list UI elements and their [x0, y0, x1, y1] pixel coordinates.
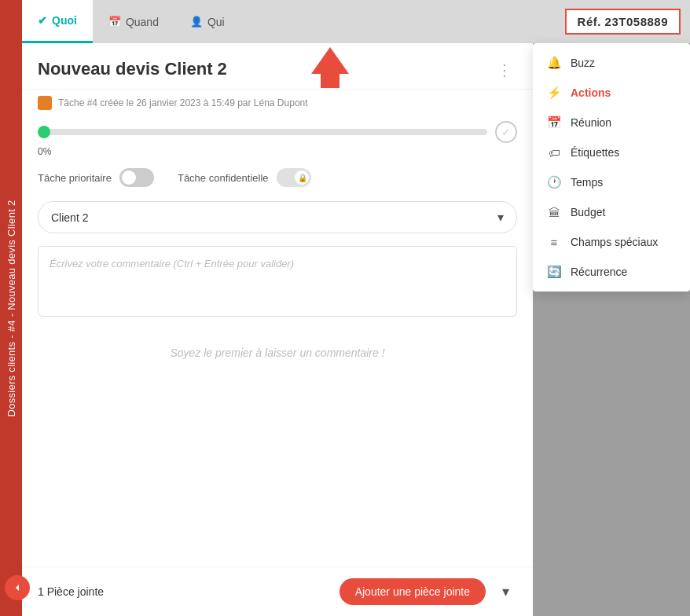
menu-item-budget[interactable]: 🏛 Budget: [533, 197, 690, 227]
fields-icon: ≡: [547, 235, 561, 249]
menu-item-etiquettes[interactable]: 🏷 Étiquettes: [533, 138, 690, 167]
back-button[interactable]: [5, 575, 30, 600]
tag-icon: 🏷: [547, 145, 561, 160]
menu-item-recurrence[interactable]: 🔄 Récurrence: [533, 257, 690, 287]
progress-label: 0%: [22, 146, 533, 160]
recurrence-icon: 🔄: [547, 265, 561, 279]
comment-textarea[interactable]: Écrivez votre commentaire (Ctrl + Entrée…: [38, 246, 517, 317]
task-meta: Tâche #4 créée le 26 janvier 2023 à 15:4…: [22, 90, 533, 116]
modal-header: Nouveau devis Client 2 ⋮: [22, 43, 533, 90]
tab-quoi[interactable]: ✔ Quoi: [22, 0, 93, 43]
task-modal: Nouveau devis Client 2 ⋮ Tâche #4 créée …: [22, 43, 533, 616]
bell-icon: 🔔: [547, 56, 561, 70]
attachment-count: 1 Pièce jointe: [38, 585, 104, 598]
menu-item-actions[interactable]: ⚡ Actions: [533, 78, 690, 108]
menu-item-buzz[interactable]: 🔔 Buzz: [533, 48, 690, 78]
lightning-icon: ⚡: [547, 86, 561, 100]
sidebar-label: Dossiers clients - #4 - Nouveau devis Cl…: [0, 0, 22, 616]
footer-actions: Ajouter une pièce jointe ▾: [339, 578, 517, 605]
add-attachment-button[interactable]: Ajouter une pièce jointe: [339, 578, 486, 605]
tab-bar: ✔ Quoi 📅 Quand 👤 Qui Réf. 23T058889: [22, 0, 690, 43]
progress-check-button[interactable]: ✓: [495, 121, 517, 143]
budget-icon: 🏛: [547, 205, 561, 219]
more-options-button[interactable]: ⋮: [492, 59, 517, 81]
tab-quand[interactable]: 📅 Quand: [93, 0, 174, 43]
progress-bar[interactable]: [38, 129, 487, 135]
progress-section: ✓: [22, 116, 533, 146]
menu-item-reunion[interactable]: 📅 Réunion: [533, 108, 690, 138]
clock-icon: 🕐: [547, 175, 561, 189]
tab-qui[interactable]: 👤 Qui: [174, 0, 240, 43]
modal-footer: 1 Pièce jointe Ajouter une pièce jointe …: [22, 566, 533, 616]
reference-badge: Réf. 23T058889: [565, 9, 681, 35]
chevron-down-icon: ▾: [497, 210, 504, 225]
menu-item-temps[interactable]: 🕐 Temps: [533, 167, 690, 197]
modal-title: Nouveau devis Client 2: [38, 59, 227, 79]
briefcase-icon: [38, 96, 52, 110]
client-select[interactable]: Client 2 ▾: [38, 201, 517, 233]
menu-item-champs-speciaux[interactable]: ≡ Champs spéciaux: [533, 227, 690, 257]
confidential-toggle-group: Tâche confidentielle 🔒: [178, 168, 311, 187]
actions-dropdown-menu: 🔔 Buzz ⚡ Actions 📅 Réunion 🏷 Étiquettes …: [533, 43, 690, 292]
confidential-toggle[interactable]: 🔒: [277, 168, 311, 187]
toggles-row: Tâche prioritaire Tâche confidentielle 🔒: [22, 160, 533, 195]
confidential-toggle-label: Tâche confidentielle: [178, 172, 269, 184]
progress-dot: [38, 126, 50, 138]
calendar-icon: 📅: [547, 116, 561, 130]
attachment-options-button[interactable]: ▾: [494, 580, 517, 603]
priority-toggle-group: Tâche prioritaire: [38, 168, 154, 187]
priority-toggle-label: Tâche prioritaire: [38, 172, 112, 184]
empty-comment-hint: Soyez le premier à laisser un commentair…: [22, 323, 533, 566]
priority-toggle-knob: [122, 170, 136, 185]
priority-toggle[interactable]: [119, 168, 154, 187]
